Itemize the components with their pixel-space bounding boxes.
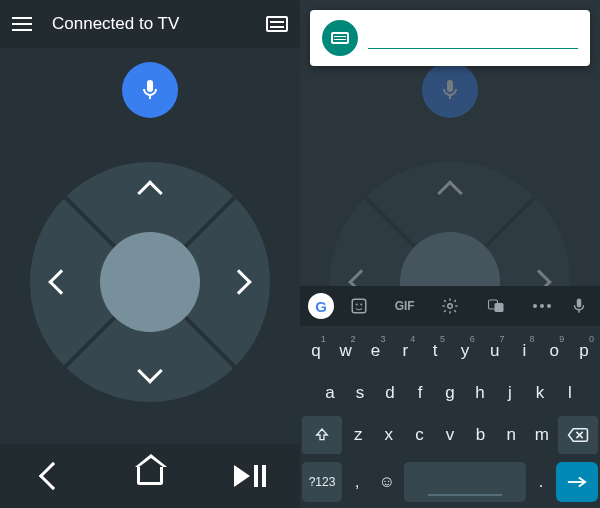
key-m[interactable]: m [527, 416, 556, 454]
app-top-bar: Connected to TV [0, 0, 300, 48]
key-o[interactable]: o9 [540, 332, 568, 370]
key-w[interactable]: w2 [332, 332, 360, 370]
dpad [30, 162, 270, 402]
key-q[interactable]: q1 [302, 332, 330, 370]
backspace-key[interactable] [558, 416, 598, 454]
keyboard-pane: G GIF q1w2e3r4t5y6u7i8o9p0 asdfghjkl zxc… [300, 0, 600, 508]
voice-search-button-dimmed [422, 62, 478, 118]
settings-button[interactable] [430, 297, 472, 315]
key-b[interactable]: b [466, 416, 495, 454]
mic-icon [138, 78, 162, 102]
google-icon[interactable]: G [308, 293, 334, 319]
key-v[interactable]: v [436, 416, 465, 454]
back-button[interactable] [37, 463, 63, 489]
keyboard-mic-button[interactable] [567, 297, 592, 315]
key-r[interactable]: r4 [391, 332, 419, 370]
shift-key[interactable] [302, 416, 342, 454]
svg-rect-4 [352, 299, 366, 313]
key-h[interactable]: h [466, 374, 494, 412]
app-title: Connected to TV [52, 14, 266, 34]
keyboard-rows: q1w2e3r4t5y6u7i8o9p0 asdfghjkl zxcvbnm [300, 326, 600, 462]
enter-key[interactable] [556, 462, 598, 502]
key-e[interactable]: e3 [362, 332, 390, 370]
key-z[interactable]: z [344, 416, 373, 454]
mic-icon [438, 78, 462, 102]
comma-key[interactable]: , [344, 462, 370, 502]
keyboard-row-2: asdfghjkl [302, 374, 598, 412]
sticker-button[interactable] [338, 297, 380, 315]
svg-point-5 [356, 304, 358, 306]
key-p[interactable]: p0 [570, 332, 598, 370]
keyboard-icon[interactable] [266, 16, 288, 32]
pause-icon [254, 465, 266, 487]
symbols-key[interactable]: ?123 [302, 462, 342, 502]
period-key[interactable]: . [528, 462, 554, 502]
text-input-underline [368, 48, 578, 49]
key-d[interactable]: d [376, 374, 404, 412]
svg-rect-9 [495, 303, 504, 312]
play-pause-button[interactable] [237, 463, 263, 489]
bottom-nav-bar [0, 444, 300, 508]
key-k[interactable]: k [526, 374, 554, 412]
keyboard-mode-icon [322, 20, 358, 56]
keyboard-row-1: q1w2e3r4t5y6u7i8o9p0 [302, 332, 598, 370]
emoji-key[interactable]: ☺ [372, 462, 402, 502]
svg-point-7 [448, 304, 453, 309]
home-button[interactable] [137, 463, 163, 489]
text-input-card[interactable] [310, 10, 590, 66]
key-s[interactable]: s [346, 374, 374, 412]
key-i[interactable]: i8 [511, 332, 539, 370]
dpad-select-button[interactable] [100, 232, 200, 332]
key-a[interactable]: a [316, 374, 344, 412]
key-n[interactable]: n [497, 416, 526, 454]
keyboard-bottom-row: ?123 , ☺ . [300, 462, 600, 508]
key-y[interactable]: y6 [451, 332, 479, 370]
translate-button[interactable] [475, 297, 517, 315]
key-g[interactable]: g [436, 374, 464, 412]
key-j[interactable]: j [496, 374, 524, 412]
play-icon [234, 465, 250, 487]
svg-point-6 [360, 304, 362, 306]
soft-keyboard: G GIF q1w2e3r4t5y6u7i8o9p0 asdfghjkl zxc… [300, 286, 600, 508]
voice-search-button[interactable] [122, 62, 178, 118]
remote-pane: Connected to TV [0, 0, 300, 508]
gif-button[interactable]: GIF [384, 299, 426, 313]
keyboard-toolbar: G GIF [300, 286, 600, 326]
keyboard-row-3: zxcvbnm [302, 416, 598, 454]
key-t[interactable]: t5 [421, 332, 449, 370]
key-u[interactable]: u7 [481, 332, 509, 370]
menu-icon[interactable] [12, 17, 32, 31]
key-l[interactable]: l [556, 374, 584, 412]
key-f[interactable]: f [406, 374, 434, 412]
more-button[interactable] [521, 304, 563, 308]
key-c[interactable]: c [405, 416, 434, 454]
space-key[interactable] [404, 462, 526, 502]
key-x[interactable]: x [375, 416, 404, 454]
